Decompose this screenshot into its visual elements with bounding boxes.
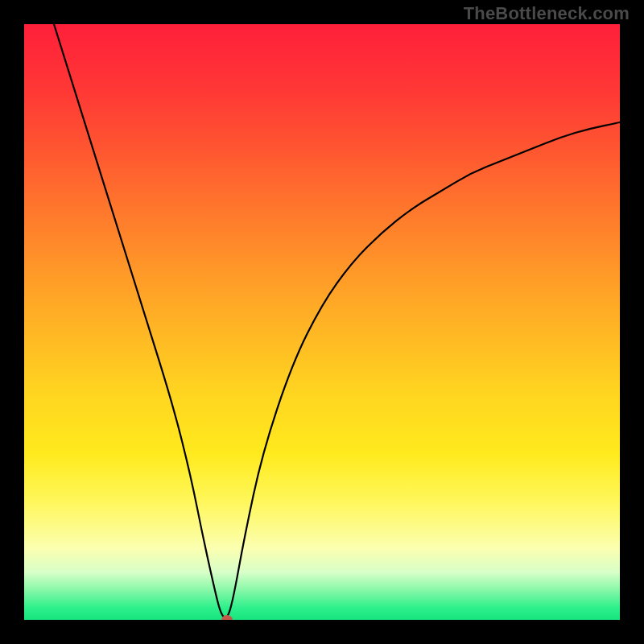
bottleneck-curve [24, 24, 620, 620]
chart-frame: TheBottleneck.com [0, 0, 644, 644]
plot-area [24, 24, 620, 620]
optimum-marker [221, 615, 233, 620]
watermark-text: TheBottleneck.com [464, 3, 630, 24]
